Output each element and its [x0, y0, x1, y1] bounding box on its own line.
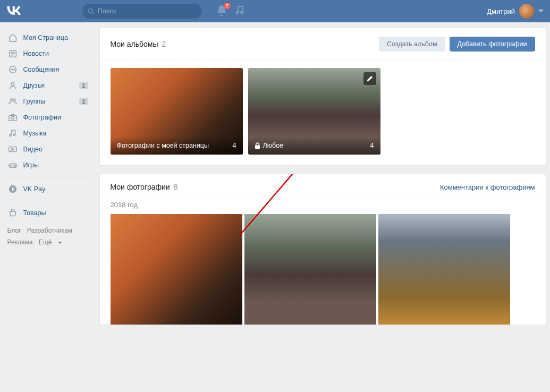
- year-label: 2018 год: [100, 199, 546, 214]
- photo-thumb[interactable]: [378, 214, 510, 325]
- album-title: Любое: [263, 142, 284, 149]
- svg-point-8: [12, 69, 13, 70]
- svg-text:₽: ₽: [11, 187, 14, 192]
- svg-point-21: [13, 165, 14, 165]
- lock-icon: [255, 142, 260, 149]
- chevron-down-icon: [538, 10, 544, 13]
- username: Дмитрий: [487, 7, 515, 15]
- albums-title: Мои альбомы: [111, 40, 158, 48]
- nav-vkpay[interactable]: ₽ VK Pay: [4, 181, 91, 197]
- notif-badge: 7: [224, 3, 231, 9]
- albums-panel: Мои альбомы 2 Создать альбом Добавить фо…: [99, 28, 546, 166]
- svg-line-1: [92, 12, 94, 14]
- nav-label: Группы: [23, 98, 46, 105]
- nav-groups[interactable]: Группы 1: [4, 93, 91, 109]
- svg-point-0: [89, 8, 93, 13]
- nav-separator: [7, 201, 88, 201]
- pay-icon: ₽: [7, 184, 18, 194]
- photo-thumb[interactable]: [244, 214, 376, 325]
- search-box[interactable]: [82, 4, 202, 19]
- create-album-button[interactable]: Создать альбом: [379, 37, 445, 52]
- nav-market[interactable]: Товары: [4, 205, 91, 221]
- nav-label: Фотографии: [23, 114, 61, 121]
- photo-thumb[interactable]: [111, 214, 242, 325]
- svg-point-16: [13, 134, 15, 136]
- nav-separator: [7, 177, 88, 177]
- svg-point-11: [10, 99, 13, 101]
- nav-label: Товары: [23, 209, 46, 217]
- search-icon: [88, 7, 95, 15]
- search-input[interactable]: [98, 7, 197, 15]
- nav-label: Моя Страница: [23, 34, 68, 41]
- user-menu[interactable]: Дмитрий: [487, 4, 544, 19]
- svg-point-22: [14, 166, 15, 166]
- nav-label: Сообщения: [23, 66, 60, 73]
- album-title: Фотографии с моей страницы: [117, 142, 209, 149]
- svg-point-14: [11, 116, 14, 119]
- comments-link[interactable]: Комментарии к фотографиям: [440, 183, 535, 191]
- nav-music[interactable]: Музыка: [4, 125, 91, 141]
- market-icon: [7, 208, 18, 218]
- footer-blog[interactable]: Блог: [7, 227, 21, 234]
- footer-links: Блог Разработчикам Реклама Ещё: [4, 221, 91, 252]
- news-icon: [7, 48, 18, 59]
- photos-count: 8: [174, 183, 178, 191]
- home-icon: [7, 32, 18, 43]
- music-icon: [7, 128, 18, 139]
- edit-album-button[interactable]: [363, 72, 376, 85]
- footer-ads[interactable]: Реклама: [7, 238, 33, 246]
- nav-video[interactable]: Видео: [4, 141, 91, 157]
- svg-point-12: [13, 99, 15, 101]
- nav-badge: 1: [79, 82, 88, 89]
- album-count: 4: [233, 142, 236, 149]
- nav-label: VK Pay: [23, 185, 46, 193]
- nav-friends[interactable]: Друзья 1: [4, 78, 91, 93]
- avatar: [519, 4, 534, 19]
- nav-label: Новости: [23, 50, 49, 57]
- album-item[interactable]: Любое 4: [248, 68, 380, 155]
- svg-rect-25: [255, 145, 259, 148]
- nav-label: Видео: [23, 146, 43, 153]
- groups-icon: [7, 96, 18, 107]
- album-count: 4: [370, 142, 374, 149]
- nav-my-page[interactable]: Моя Страница: [4, 30, 91, 46]
- albums-count: 2: [162, 40, 166, 48]
- nav-photos[interactable]: Фотографии: [4, 109, 91, 125]
- music-header-icon[interactable]: [236, 6, 244, 17]
- messages-icon: [7, 64, 18, 75]
- add-photos-button[interactable]: Добавить фотографии: [450, 37, 535, 52]
- nav-games[interactable]: Игры: [4, 157, 91, 173]
- video-icon: [7, 144, 18, 155]
- photos-title: Мои фотографии: [111, 183, 170, 191]
- nav-label: Музыка: [23, 130, 47, 137]
- nav-badge: 1: [79, 98, 88, 105]
- svg-point-7: [11, 69, 11, 70]
- photos-panel: Мои фотографии 8 Комментарии к фотографи…: [99, 174, 546, 325]
- vk-logo[interactable]: [6, 5, 21, 18]
- nav-messages[interactable]: Сообщения: [4, 62, 91, 78]
- nav-news[interactable]: Новости: [4, 46, 91, 62]
- nav-label: Игры: [23, 161, 39, 169]
- pencil-icon: [366, 75, 373, 82]
- friends-icon: [7, 80, 18, 91]
- notifications-icon[interactable]: 7: [217, 5, 226, 18]
- footer-more[interactable]: Ещё: [39, 238, 62, 246]
- nav-label: Друзья: [23, 82, 45, 89]
- games-icon: [7, 160, 18, 171]
- svg-point-15: [9, 134, 11, 137]
- footer-developers[interactable]: Разработчикам: [27, 227, 72, 234]
- camera-icon: [7, 112, 18, 123]
- svg-point-9: [13, 69, 14, 70]
- album-item[interactable]: Фотографии с моей страницы 4: [111, 68, 243, 155]
- svg-point-10: [11, 83, 14, 86]
